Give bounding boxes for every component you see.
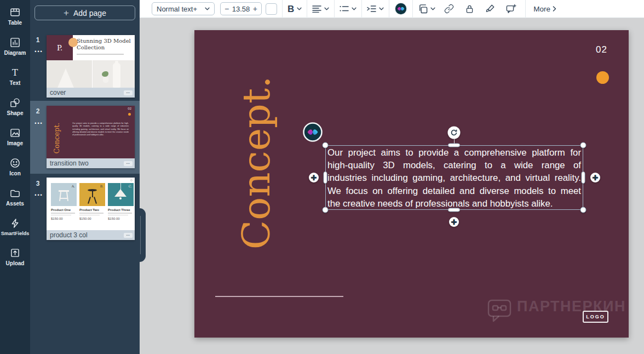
page-number: 2 [33, 107, 42, 115]
text-line-placeholder [108, 213, 132, 214]
link-button[interactable] [444, 4, 454, 14]
product-price: $150.00 [51, 217, 77, 220]
table-icon [10, 7, 20, 18]
resize-handle-top-left[interactable] [323, 142, 329, 149]
product-name: Product One [51, 208, 77, 212]
rail-label: Image [7, 140, 23, 146]
rail-item-diagram[interactable]: Diagram [0, 37, 30, 56]
add-element-left-button[interactable]: ✚ [309, 173, 319, 182]
resize-handle-bottom-right[interactable] [580, 207, 586, 213]
rotate-icon [451, 129, 458, 136]
rail-label: Diagram [4, 50, 26, 56]
shape-icon [10, 98, 20, 108]
bold-button[interactable]: B [288, 4, 302, 14]
rail-item-icon[interactable]: Icon [0, 158, 30, 176]
thumb-body-text: Our project aims to provide a comprehens… [72, 122, 129, 146]
resize-handle-right[interactable] [582, 172, 585, 184]
slide-canvas[interactable]: 02 Concept. Our project aims to provide … [194, 30, 629, 338]
rail-item-smartfields[interactable]: SmartFields [0, 218, 30, 236]
chevron-right-icon [553, 6, 556, 12]
format-toolbar: Normal text+ − 13.58 + B [140, 0, 644, 18]
duplicate-button[interactable] [418, 4, 435, 14]
page-size-badge: ••• [124, 233, 133, 238]
slide-accent-dot[interactable] [596, 71, 609, 84]
text-color-swatch[interactable] [266, 3, 277, 15]
slide-heading[interactable]: Concept. [230, 67, 283, 259]
rail-item-assets[interactable]: Assets [0, 188, 30, 207]
font-size-decrease-button[interactable]: − [225, 5, 229, 13]
design-editor-app: Table Diagram T Text Shape Image Icon As… [0, 0, 644, 354]
add-element-below-button[interactable]: ✚ [449, 217, 459, 227]
ai-assistant-button[interactable] [394, 2, 407, 15]
chevron-down-icon [297, 7, 302, 10]
slide-body-text[interactable]: Our project aims to provide a comprehens… [326, 146, 583, 209]
text-icon: T [10, 67, 20, 78]
stool-shape [94, 197, 97, 204]
ai-assistant-floating-button[interactable] [303, 122, 323, 142]
svg-text:T: T [12, 67, 18, 78]
bullet-list-button[interactable] [340, 5, 357, 12]
diagram-icon [10, 37, 20, 48]
page-menu-dots[interactable]: ••• [32, 121, 45, 126]
thumb-corner-mark [130, 179, 133, 181]
page-menu-dots[interactable]: ••• [32, 192, 45, 198]
plant-shape [102, 71, 108, 77]
text-style-select[interactable]: Normal text+ [152, 2, 215, 15]
page-thumbnail-product-3-col[interactable]: A. Product One $150.00 B. [47, 178, 135, 240]
rail-item-table[interactable]: Table [0, 7, 30, 26]
body-line: high-quality 3D models, catering to a wi… [327, 159, 581, 172]
slide-page-number[interactable]: 02 [596, 44, 607, 55]
upload-icon [10, 248, 20, 258]
rail-item-text[interactable]: T Text [0, 67, 30, 86]
thumb-accent-dot [128, 113, 131, 116]
resize-handle-bottom[interactable] [448, 208, 460, 212]
resize-handle-bottom-left[interactable] [323, 207, 329, 213]
body-line: Our project aims to provide a comprehens… [327, 146, 581, 159]
add-page-button[interactable]: + Add page [34, 5, 135, 20]
add-comment-button[interactable] [506, 4, 516, 14]
cover-photo-right [93, 60, 135, 88]
cover-photo-left [47, 60, 92, 88]
page-menu-dots[interactable]: ••• [32, 49, 45, 54]
link-icon [444, 4, 454, 14]
text-line-placeholder [79, 213, 104, 214]
more-button[interactable]: More [533, 5, 556, 13]
logo-badge: LOGO [583, 311, 608, 323]
resize-handle-top[interactable] [448, 144, 460, 147]
watermark-bubble-icon [486, 297, 513, 323]
toolbar-divider [525, 0, 526, 18]
toolbar-divider [361, 0, 362, 18]
lamp-shape [119, 197, 122, 199]
stool-shape [88, 197, 91, 204]
indent-button[interactable] [367, 5, 384, 13]
rail-item-image[interactable]: Image [0, 128, 30, 146]
folder-icon [10, 188, 20, 198]
cover-subtitle-placeholder [77, 54, 124, 55]
lock-button[interactable] [465, 4, 474, 14]
format-paint-button[interactable] [485, 4, 495, 14]
text-align-button[interactable] [312, 5, 329, 13]
comment-plus-icon [506, 4, 516, 14]
chevron-down-icon [205, 7, 210, 10]
page-size-badge: ••• [124, 161, 133, 166]
product-column: A. Product One $150.00 [51, 183, 77, 220]
selected-text-box[interactable]: Our project aims to provide a comprehens… [325, 145, 583, 210]
font-size-increase-button[interactable]: + [253, 5, 257, 13]
page-thumbnail-transition-two[interactable]: Concept. Our project aims to provide a c… [47, 106, 135, 168]
workspace: Normal text+ − 13.58 + B [140, 0, 644, 354]
font-size-value[interactable]: 13.58 [232, 5, 250, 13]
rail-label: Upload [6, 260, 25, 266]
more-label: More [533, 5, 550, 13]
resize-handle-top-right[interactable] [580, 142, 586, 149]
rotate-handle[interactable] [448, 127, 461, 139]
rail-item-shape[interactable]: Shape [0, 98, 30, 116]
rail-label: Shape [7, 110, 23, 116]
text-style-value: Normal text+ [157, 5, 197, 13]
rail-item-upload[interactable]: Upload [0, 248, 30, 266]
product-price: $150.00 [79, 217, 105, 220]
slide-divider-line[interactable] [215, 296, 343, 297]
product-image-c: C. [108, 183, 134, 206]
page-thumbnail-cover[interactable]: P. Stunning 3D Model Collection cover ••… [47, 35, 135, 98]
resize-handle-left[interactable] [324, 172, 327, 184]
add-element-right-button[interactable]: ✚ [590, 173, 600, 182]
